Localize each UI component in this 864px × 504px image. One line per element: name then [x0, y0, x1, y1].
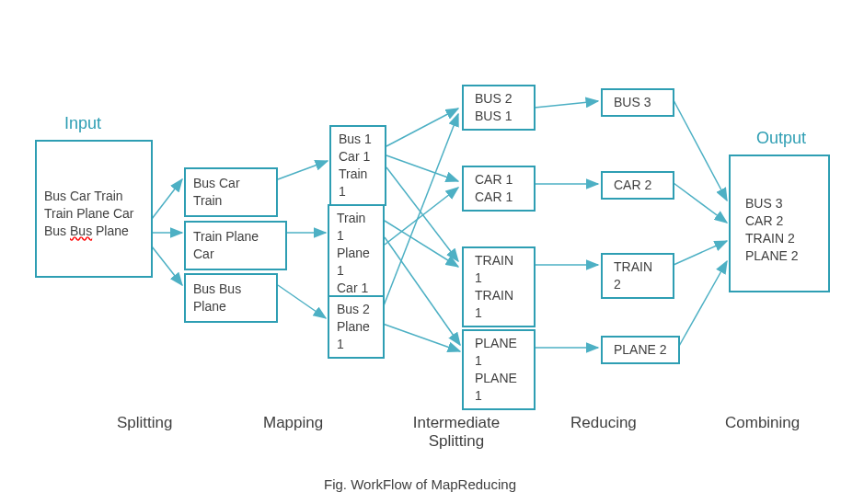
- figure-caption: Fig. WorkFlow of MapReducing: [324, 476, 516, 492]
- svg-line-10: [385, 237, 460, 345]
- map3-l2: Plane 1: [337, 318, 375, 353]
- svg-line-6: [386, 109, 458, 146]
- map1-l2: Car 1: [339, 148, 377, 166]
- svg-line-12: [383, 114, 458, 308]
- svg-line-11: [385, 188, 458, 245]
- map-box-2: Train 1 Plane 1 Car 1: [328, 204, 385, 302]
- map-box-1: Bus 1 Car 1 Train 1: [329, 125, 386, 206]
- split-box-2: Train Plane Car: [184, 221, 287, 270]
- map2-l2: Plane 1: [337, 245, 375, 280]
- svg-line-0: [152, 179, 182, 219]
- map1-l3: Train 1: [339, 166, 377, 200]
- map1-l1: Bus 1: [339, 131, 377, 148]
- split-box-1: Bus Car Train: [184, 167, 278, 217]
- i4-l1: PLANE 1: [475, 335, 523, 370]
- reduce-box-1: BUS 3: [601, 88, 674, 117]
- svg-line-19: [674, 183, 727, 223]
- svg-line-14: [535, 101, 598, 108]
- map2-l1: Train 1: [337, 210, 375, 245]
- i3-l2: TRAIN 1: [475, 287, 523, 322]
- map3-l1: Bus 2: [337, 301, 375, 318]
- inter-box-1: BUS 2 BUS 1: [462, 85, 536, 131]
- output-box: BUS 3 CAR 2 TRAIN 2 PLANE 2: [729, 155, 830, 292]
- map-box-3: Bus 2 Plane 1: [328, 295, 385, 359]
- i2-l2: CAR 1: [475, 189, 523, 206]
- out-l3: TRAIN 2: [745, 230, 817, 247]
- stage-intermediate: Intermediate Splitting: [401, 414, 512, 451]
- out-l4: PLANE 2: [745, 247, 817, 265]
- inter-box-3: TRAIN 1 TRAIN 1: [462, 246, 536, 327]
- out-l2: CAR 2: [745, 212, 817, 230]
- input-line-1: Bus Car Train: [44, 188, 144, 205]
- stage-combining: Combining: [725, 414, 800, 432]
- map2-l3: Car 1: [337, 280, 375, 297]
- svg-line-20: [674, 241, 727, 265]
- stage-reducing: Reducing: [570, 414, 637, 432]
- i1-l1: BUS 2: [475, 90, 523, 108]
- svg-line-7: [386, 155, 458, 181]
- split-box-3: Bus Bus Plane: [184, 273, 278, 323]
- svg-line-13: [383, 324, 460, 351]
- reduce-box-2: CAR 2: [601, 171, 674, 200]
- i4-l2: PLANE 1: [475, 370, 523, 405]
- input-line-3: Bus Bus Plane: [44, 223, 144, 240]
- input-label: Input: [64, 114, 101, 133]
- out-l1: BUS 3: [745, 195, 817, 212]
- svg-line-8: [386, 167, 458, 261]
- reduce-box-3: TRAIN 2: [601, 253, 674, 299]
- reduce-box-4: PLANE 2: [601, 336, 680, 364]
- stage-splitting: Splitting: [117, 414, 172, 432]
- output-label: Output: [756, 129, 806, 148]
- svg-line-21: [678, 261, 727, 348]
- i3-l1: TRAIN 1: [475, 252, 523, 287]
- inter-box-2: CAR 1 CAR 1: [462, 166, 536, 212]
- input-box: Bus Car Train Train Plane Car Bus Bus Pl…: [35, 140, 153, 278]
- svg-line-9: [385, 221, 458, 267]
- svg-line-5: [278, 285, 326, 318]
- svg-line-18: [674, 100, 727, 200]
- i1-l2: BUS 1: [475, 108, 523, 125]
- i2-l1: CAR 1: [475, 171, 523, 189]
- inter-box-4: PLANE 1 PLANE 1: [462, 329, 536, 410]
- svg-line-3: [278, 161, 328, 179]
- svg-line-2: [152, 246, 182, 285]
- stage-mapping: Mapping: [263, 414, 323, 432]
- input-line-2: Train Plane Car: [44, 205, 144, 223]
